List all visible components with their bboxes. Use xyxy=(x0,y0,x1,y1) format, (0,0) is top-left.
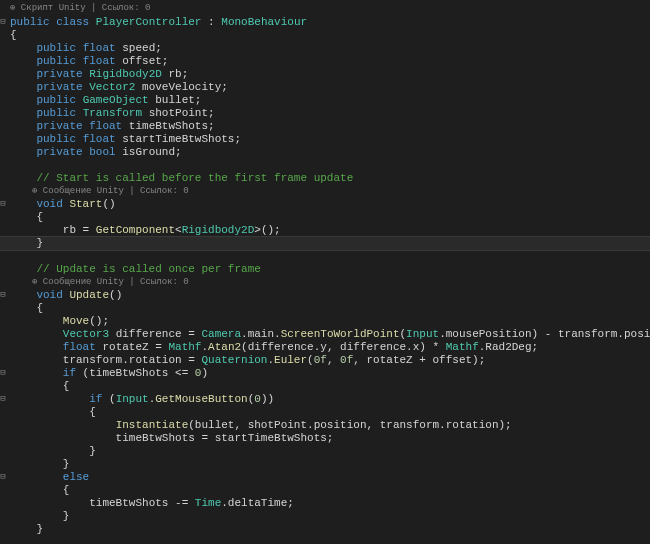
code-line[interactable]: private Vector2 moveVelocity; xyxy=(0,81,650,94)
code-comment[interactable]: // Update is called once per frame xyxy=(0,263,650,276)
code-line[interactable]: public float speed; xyxy=(0,42,650,55)
code-line[interactable]: { xyxy=(0,380,650,393)
breadcrumb: ⊕ Скрипт Unity | Ссылок: 0 xyxy=(0,2,650,16)
code-line[interactable]: } xyxy=(0,523,650,536)
code-line[interactable]: timeBtwShots = startTimeBtwShots; xyxy=(0,432,650,445)
code-line[interactable]: private bool isGround; xyxy=(0,146,650,159)
code-line[interactable]: ⊟ void Update() xyxy=(0,289,650,302)
code-line[interactable]: Instantiate(bullet, shotPoint.position, … xyxy=(0,419,650,432)
code-line[interactable]: { xyxy=(0,302,650,315)
code-line[interactable]: public float startTimeBtwShots; xyxy=(0,133,650,146)
blank-line[interactable] xyxy=(0,159,650,172)
code-line[interactable]: { xyxy=(0,211,650,224)
code-line[interactable]: { xyxy=(0,406,650,419)
codelens[interactable]: ⊕ Сообщение Unity | Ссылок: 0 xyxy=(0,276,650,289)
code-line[interactable]: ⊟ void Start() xyxy=(0,198,650,211)
code-line[interactable]: ⊟ else xyxy=(0,471,650,484)
code-line[interactable]: ⊟public class PlayerController : MonoBeh… xyxy=(0,16,650,29)
code-line-current[interactable]: } xyxy=(0,236,650,251)
code-line[interactable]: { xyxy=(0,484,650,497)
code-line[interactable]: public Transform shotPoint; xyxy=(0,107,650,120)
code-line[interactable]: float rotateZ = Mathf.Atan2(difference.y… xyxy=(0,341,650,354)
code-line[interactable]: private Rigidbody2D rb; xyxy=(0,68,650,81)
code-comment[interactable]: // Start is called before the first fram… xyxy=(0,172,650,185)
code-line[interactable]: ⊟ if (timeBtwShots <= 0) xyxy=(0,367,650,380)
code-line[interactable]: public GameObject bullet; xyxy=(0,94,650,107)
code-line[interactable]: } xyxy=(0,510,650,523)
code-line[interactable]: } xyxy=(0,458,650,471)
blank-line[interactable] xyxy=(0,250,650,263)
code-line[interactable]: { xyxy=(0,29,650,42)
code-editor[interactable]: ⊕ Скрипт Unity | Ссылок: 0 ⊟public class… xyxy=(0,0,650,536)
code-line[interactable]: ⊟ if (Input.GetMouseButton(0)) xyxy=(0,393,650,406)
code-line[interactable]: public float offset; xyxy=(0,55,650,68)
code-line[interactable]: Move(); xyxy=(0,315,650,328)
codelens[interactable]: ⊕ Сообщение Unity | Ссылок: 0 xyxy=(0,185,650,198)
code-line[interactable]: private float timeBtwShots; xyxy=(0,120,650,133)
code-line[interactable]: transform.rotation = Quaternion.Euler(0f… xyxy=(0,354,650,367)
code-line[interactable]: } xyxy=(0,445,650,458)
code-line[interactable]: timeBtwShots -= Time.deltaTime; xyxy=(0,497,650,510)
code-line[interactable]: Vector3 difference = Camera.main.ScreenT… xyxy=(0,328,650,341)
